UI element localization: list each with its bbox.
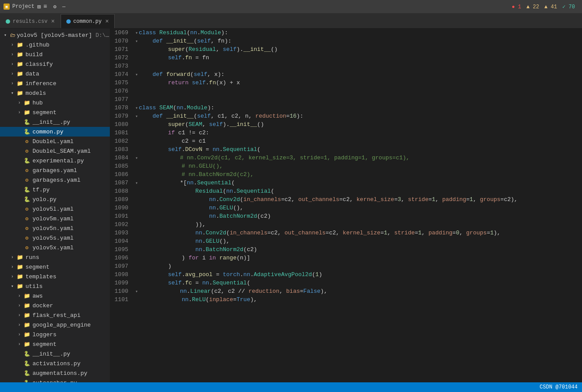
sidebar-item-build[interactable]: › 📁 build (0, 50, 110, 59)
minimize-icon[interactable]: ─ (62, 4, 65, 10)
sidebar-item-google-app-engine[interactable]: › 📁 google_app_engine (0, 320, 110, 330)
tab-close-results[interactable]: × (51, 18, 54, 25)
sidebar-item-yolov5m-yaml[interactable]: ⚙ yolov5m.yaml (0, 214, 110, 223)
line-number-1072: 1072 (113, 54, 128, 62)
sidebar-item-garbagess-yaml[interactable]: ⚙ garbagess.yaml (0, 175, 110, 185)
sidebar-item-activations-py[interactable]: 🐍 activations.py (0, 359, 110, 368)
tab-common-py[interactable]: common.py × (61, 14, 115, 28)
tree-file-icon: 🐍 (23, 129, 31, 135)
fold-arrow[interactable]: ▾ (135, 72, 138, 77)
sidebar-item-DoubleL-yaml[interactable]: ⚙ DoubleL.yaml (0, 137, 110, 146)
tree-file-icon: 📁 (16, 51, 24, 58)
sidebar: ▾ 🗁 yolov5 [yolov5-master] D:\Distan... … (0, 29, 110, 382)
sidebar-item-DoubleL-SEAM-yaml[interactable]: ⚙ DoubleL_SEAM.yaml (0, 146, 110, 156)
warning-indicator-1[interactable]: ▲ 22 (527, 4, 539, 10)
sidebar-item-hub[interactable]: › 📁 hub (0, 98, 110, 108)
tree-file-icon: ⚙ (23, 167, 31, 174)
tree-file-icon: 📁 (23, 341, 31, 348)
tree-item-label: yolov5m.yaml (33, 216, 110, 222)
sidebar-item-docker[interactable]: › 📁 docker (0, 301, 110, 310)
fold-arrow[interactable]: ▾ (135, 114, 138, 119)
tree-file-icon: 📁 (16, 283, 24, 290)
title-btn-grid[interactable]: ⊞ (37, 3, 40, 11)
tree-arrow: › (16, 342, 23, 347)
sidebar-item-augmentations-py[interactable]: 🐍 augmentations.py (0, 368, 110, 378)
fold-arrow[interactable]: ▾ (135, 106, 138, 111)
sidebar-item-segment[interactable]: › 📁 segment (0, 339, 110, 349)
sidebar-item-utils[interactable]: ▾ 📁 utils (0, 281, 110, 291)
code-line-1075: return self.fn(x) + x (135, 79, 582, 87)
sidebar-item-segment[interactable]: › 📁 segment (0, 108, 110, 117)
tree-item-label: .github (25, 42, 110, 48)
tree-file-icon: ⚙ (23, 177, 31, 183)
code-area[interactable]: 1069107010711072107310741075107610771078… (110, 29, 582, 382)
sidebar-item---init---py[interactable]: 🐍 __init__.py (0, 117, 110, 127)
code-line-1092: )), (135, 220, 582, 229)
sidebar-item-garbages-yaml[interactable]: ⚙ garbages.yaml (0, 165, 110, 175)
line-number-1089: 1089 (113, 195, 128, 204)
tree-item-label: garbages.yaml (33, 167, 110, 174)
tree-arrow: › (9, 43, 16, 47)
tree-arrow: › (9, 81, 16, 86)
ok-indicator[interactable]: ✓ 70 (562, 4, 575, 10)
warning-indicator-2[interactable]: ▲ 41 (544, 4, 557, 10)
code-line-1095: nn.BatchNorm2d(c2) (135, 245, 582, 254)
sidebar-item-autoanchor-py[interactable]: 🐍 autoanchor.py (0, 378, 110, 382)
code-line-1077 (135, 95, 582, 104)
sidebar-item-yolo-py[interactable]: 🐍 yolo.py (0, 194, 110, 204)
sidebar-item--github[interactable]: › 📁 .github (0, 40, 110, 50)
sidebar-item-loggers[interactable]: › 📁 loggers (0, 330, 110, 339)
tree-arrow: ▾ (9, 90, 16, 96)
tree-file-icon: 🐍 (23, 360, 31, 367)
csdn-label: CSDN @701044 (540, 384, 578, 390)
code-line-1089: nn.Conv2d(in_channels=c2, out_channels=c… (135, 195, 582, 204)
tab-results-csv[interactable]: results.csv × (0, 14, 61, 28)
sidebar-item-yolov5l-yaml[interactable]: ⚙ yolov5l.yaml (0, 204, 110, 214)
tree-arrow: › (9, 255, 16, 260)
sidebar-item---init---py[interactable]: 🐍 __init__.py (0, 349, 110, 359)
sidebar-root[interactable]: ▾ 🗁 yolov5 [yolov5-master] D:\Distan... (0, 30, 110, 40)
line-number-1088: 1088 (113, 187, 128, 195)
sidebar-item-data[interactable]: › 📁 data (0, 69, 110, 79)
sidebar-item-classify[interactable]: › 📁 classify (0, 59, 110, 69)
sidebar-item-yolov5x-yaml[interactable]: ⚙ yolov5x.yaml (0, 243, 110, 252)
fold-arrow[interactable]: ▾ (135, 31, 138, 36)
line-number-1094: 1094 (113, 237, 128, 245)
title-bar-left: ▣ Project ⊞ ≡ ⚙ ─ (4, 3, 68, 11)
tree-item-label: runs (25, 254, 110, 261)
sidebar-item-segment[interactable]: › 📁 segment (0, 262, 110, 272)
sidebar-item-templates[interactable]: › 📁 templates (0, 272, 110, 281)
tree-item-label: augmentations.py (33, 370, 110, 377)
tree-arrow: ▾ (9, 284, 16, 289)
tree-arrow: › (16, 101, 23, 105)
tree-item-label: tf.py (33, 187, 110, 193)
sidebar-item-aws[interactable]: › 📁 aws (0, 291, 110, 301)
sidebar-item-yolov5s-yaml[interactable]: ⚙ yolov5s.yaml (0, 233, 110, 243)
sidebar-item-flask-rest-api[interactable]: › 📁 flask_rest_api (0, 310, 110, 320)
sidebar-item-yolov5n-yaml[interactable]: ⚙ yolov5n.yaml (0, 223, 110, 233)
sidebar-item-common-py[interactable]: 🐍 common.py (0, 127, 110, 137)
fold-arrow[interactable]: ▾ (135, 181, 138, 186)
code-line-1074: ▾ def forward(self, x): (135, 70, 582, 79)
tree-item-label: experimental.py (33, 158, 110, 164)
sidebar-item-tf-py[interactable]: 🐍 tf.py (0, 185, 110, 194)
line-number-1090: 1090 (113, 204, 128, 212)
sidebar-item-models[interactable]: ▾ 📁 models (0, 88, 110, 98)
line-number-1081: 1081 (113, 129, 128, 137)
code-line-1076 (135, 87, 582, 95)
fold-arrow[interactable]: ▾ (135, 156, 138, 161)
line-number-1101: 1101 (113, 295, 128, 304)
line-number-1079: 1079 (113, 112, 128, 120)
settings-icon[interactable]: ⚙ (53, 4, 56, 10)
sidebar-item-experimental-py[interactable]: 🐍 experimental.py (0, 156, 110, 165)
tree-file-icon: 📁 (23, 312, 31, 319)
sidebar-item-inference[interactable]: › 📁 inference (0, 79, 110, 88)
sidebar-item-runs[interactable]: › 📁 runs (0, 252, 110, 262)
tree-file-icon: 📁 (23, 100, 31, 106)
fold-arrow[interactable]: ▾ (135, 289, 138, 294)
code-line-1093: nn.Conv2d(in_channels=c2, out_channels=c… (135, 229, 582, 237)
fold-arrow[interactable]: ▾ (135, 39, 138, 44)
tab-close-common[interactable]: × (105, 18, 108, 25)
title-btn-list[interactable]: ≡ (43, 3, 47, 10)
error-indicator[interactable]: ● 1 (512, 4, 521, 10)
